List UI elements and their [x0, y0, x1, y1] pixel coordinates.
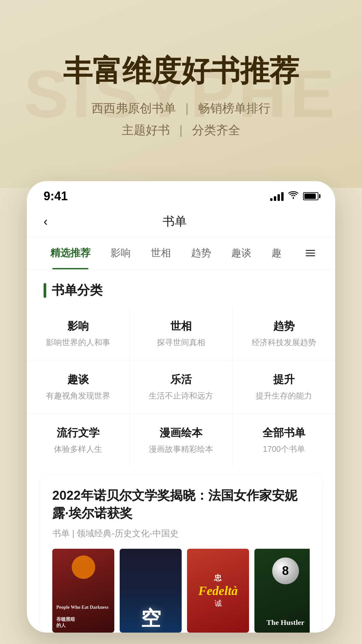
hero-subtitle-mid2: 分类齐全	[192, 123, 240, 137]
book-4-billiard-ball: 8	[272, 557, 299, 584]
category-cell-trend[interactable]: 趋势 经济科技发展趋势	[233, 307, 335, 360]
tab-trend[interactable]: 趋势	[181, 237, 221, 269]
hero-divider-2: |	[179, 123, 182, 137]
featured-meta-type: 书单	[52, 528, 70, 538]
status-icons	[270, 191, 318, 202]
featured-card[interactable]: 2022年诺贝尔文学奖揭晓：法国女作家安妮露·埃尔诺获奖 书单 | 领域经典-历…	[40, 475, 322, 633]
featured-meta-category: 领域经典-历史文化-中国史	[77, 528, 178, 538]
category-cell-living[interactable]: 乐活 生活不止诗和远方	[130, 360, 232, 413]
book-cover-1[interactable]: People Who Eat Darkness吞噬黑暗的人	[52, 549, 114, 633]
back-button[interactable]: ‹	[44, 215, 48, 229]
category-cell-influence[interactable]: 影响 影响世界的人和事	[27, 307, 129, 360]
hero-subtitle: 西西弗原创书单 | 畅销榜单排行 主题好书 | 分类齐全	[92, 98, 270, 141]
hero-subtitle-line1: 西西弗原创书单	[92, 101, 176, 115]
book-cover-3[interactable]: 忠 Fedeltà 诚	[187, 549, 249, 633]
featured-title: 2022年诺贝尔文学奖揭晓：法国女作家安妮露·埃尔诺获奖	[52, 487, 310, 522]
phone-mockup: 9:41	[27, 181, 335, 633]
hero-section: 丰富维度好书推荐 西西弗原创书单 | 畅销榜单排行 主题好书 | 分类齐全	[0, 0, 362, 188]
tab-selected[interactable]: 精选推荐	[40, 237, 101, 269]
featured-meta: 书单 | 领域经典-历史文化-中国史	[52, 528, 310, 539]
category-cell-all[interactable]: 全部书单 1700个书单	[233, 414, 335, 467]
category-cell-improve[interactable]: 提升 提升生存的能力	[233, 360, 335, 413]
signal-icon	[270, 192, 284, 201]
category-cell-world[interactable]: 世相 探寻世间真相	[130, 307, 232, 360]
category-cell-talk[interactable]: 趣谈 有趣视角发现世界	[27, 360, 129, 413]
category-cell-fiction[interactable]: 流行文学 体验多样人生	[27, 414, 129, 467]
tab-world[interactable]: 世相	[141, 237, 181, 269]
status-time: 9:41	[44, 189, 68, 203]
hero-title: 丰富维度好书推荐	[63, 54, 299, 88]
category-tabs: 精选推荐 影响 世相 趋势 趣谈 趣	[27, 237, 335, 270]
hero-divider-1: |	[185, 101, 188, 115]
nav-title: 书单	[48, 213, 302, 230]
battery-icon	[303, 192, 318, 200]
status-bar: 9:41	[27, 181, 335, 207]
hero-subtitle-mid1: 畅销榜单排行	[198, 101, 270, 115]
book-1-title: People Who Eat Darkness吞噬黑暗的人	[56, 604, 110, 629]
tab-more-button[interactable]	[299, 243, 322, 263]
nav-bar: ‹ 书单	[27, 207, 335, 237]
book-cover-2[interactable]: 空	[120, 549, 182, 633]
wifi-icon	[288, 191, 298, 202]
section-bar-indicator	[44, 283, 46, 298]
section-header: 书单分类	[27, 270, 335, 307]
book-covers: People Who Eat Darkness吞噬黑暗的人 空 忠 Fedelt…	[52, 549, 310, 633]
hero-subtitle-line2: 主题好书	[122, 123, 170, 137]
book-cover-4[interactable]: 8 The Hustler	[254, 549, 310, 633]
category-grid: 影响 影响世界的人和事 世相 探寻世间真相 趋势 经济科技发展趋势 趣谈 有趣视…	[27, 307, 335, 467]
book-4-title: The Hustler	[266, 618, 304, 628]
book-2-title: 空	[137, 590, 164, 592]
featured-meta-divider: |	[72, 528, 74, 538]
section-title: 书单分类	[52, 282, 103, 299]
tab-talk[interactable]: 趣谈	[221, 237, 261, 269]
tab-fun[interactable]: 趣	[261, 237, 285, 269]
tab-influence[interactable]: 影响	[101, 237, 141, 269]
phone-mockup-wrapper: 9:41	[0, 181, 362, 633]
category-cell-comic[interactable]: 漫画绘本 漫画故事精彩绘本	[130, 414, 232, 467]
book-3-title: Fedeltà	[198, 584, 238, 597]
book-3-subtitle: 诚	[215, 598, 222, 608]
book-3-top-label: 忠	[214, 573, 222, 583]
